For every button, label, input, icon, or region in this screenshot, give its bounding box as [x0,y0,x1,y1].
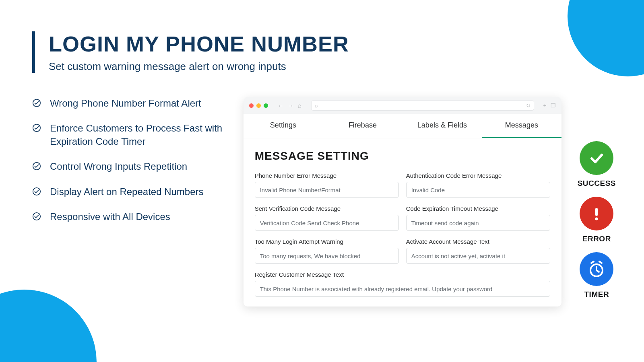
tab-firebase[interactable]: Firebase [323,114,402,138]
feature-item: Enforce Customers to Process Fast with E… [32,122,227,148]
field-timeout: Code Expiration Timeout Message [406,205,550,231]
panel-messages: MESSAGE SETTING Phone Number Error Messa… [244,138,561,306]
activate-input[interactable] [406,248,550,264]
feature-item: Responsive with All Devices [32,210,227,223]
refresh-icon[interactable]: ↻ [526,103,530,109]
svg-point-2 [33,162,40,170]
page: LOGIN MY PHONE NUMBER Set custom warning… [0,0,644,306]
right-column: ← → ⌂ ⌕ ↻ + ❐ Settings Firebase [244,97,616,306]
field-label: Register Customer Message Text [255,271,550,278]
forward-icon[interactable]: → [288,102,294,109]
panel-title: MESSAGE SETTING [255,150,550,162]
alarm-clock-icon [580,252,613,286]
feature-text: Display Alert on Repeated Numbers [50,185,204,198]
check-circle-icon [32,162,41,171]
field-activate: Activate Account Message Text [406,238,550,264]
home-icon[interactable]: ⌂ [298,102,301,109]
badge-label: TIMER [584,290,609,299]
exclamation-icon [580,197,613,230]
field-sent-verification: Sent Verification Code Message [255,205,399,231]
feature-item: Display Alert on Repeated Numbers [32,185,227,198]
back-icon[interactable]: ← [278,102,284,109]
feature-list: Wrong Phone Number Format Alert Enforce … [32,97,227,306]
tab-labels-fields[interactable]: Labels & Fields [402,114,482,138]
status-badges: SUCCESS ERROR [578,97,616,306]
field-too-many: Too Many Login Attempt Warning [255,238,399,264]
field-label: Activate Account Message Text [406,238,550,245]
field-label: Sent Verification Code Message [255,205,399,212]
check-circle-icon [32,123,41,132]
title-bar: LOGIN MY PHONE NUMBER Set custom warning… [32,31,616,73]
url-bar[interactable]: ⌕ ↻ [311,100,535,111]
check-circle-icon [32,99,41,107]
badge-error: ERROR [578,197,616,243]
minimize-dot-icon[interactable] [256,103,261,108]
field-label: Code Expiration Timeout Message [406,205,550,212]
svg-point-3 [33,187,40,195]
phone-error-input[interactable] [255,182,399,198]
content-row: Wrong Phone Number Format Alert Enforce … [32,97,616,306]
badge-success: SUCCESS [578,141,616,188]
feature-text: Responsive with All Devices [50,210,170,223]
field-label: Too Many Login Attempt Warning [255,238,399,245]
accent-bar [32,31,35,73]
tab-bar: Settings Firebase Labels & Fields Messag… [244,114,561,138]
feature-text: Enforce Customers to Process Fast with E… [50,122,227,148]
check-circle-icon [32,187,41,196]
feature-item: Wrong Phone Number Format Alert [32,97,227,110]
tab-messages[interactable]: Messages [482,114,561,138]
close-dot-icon[interactable] [249,103,254,108]
badge-label: ERROR [582,234,611,243]
auth-error-input[interactable] [406,182,550,198]
svg-point-1 [33,124,40,132]
page-title: LOGIN MY PHONE NUMBER [49,31,349,56]
browser-window: ← → ⌂ ⌕ ↻ + ❐ Settings Firebase [244,97,561,306]
field-auth-error: Authentication Code Error Message [406,172,550,198]
badge-timer: TIMER [578,252,616,299]
svg-rect-5 [595,208,598,216]
check-circle-icon [32,212,41,221]
page-subtitle: Set custom warning message alert on wron… [49,60,349,73]
checkmark-icon [580,141,613,175]
sent-verification-input[interactable] [255,215,399,231]
timeout-input[interactable] [406,215,550,231]
field-label: Authentication Code Error Message [406,172,550,179]
copy-icon[interactable]: ❐ [551,102,556,109]
feature-text: Control Wrong Inputs Repetition [50,160,187,173]
nav-icons: ← → ⌂ [278,102,301,109]
fields-grid: Phone Number Error Message Authenticatio… [255,172,550,297]
tab-settings[interactable]: Settings [244,114,323,138]
add-tab-icon[interactable]: + [543,102,546,109]
field-phone-error: Phone Number Error Message [255,172,399,198]
browser-chrome: ← → ⌂ ⌕ ↻ + ❐ [244,97,561,114]
window-controls [249,103,268,108]
feature-text: Wrong Phone Number Format Alert [50,97,201,110]
feature-item: Control Wrong Inputs Repetition [32,160,227,173]
badge-label: SUCCESS [578,179,616,188]
titles: LOGIN MY PHONE NUMBER Set custom warning… [49,31,349,73]
svg-point-4 [33,213,40,220]
maximize-dot-icon[interactable] [264,103,268,108]
svg-point-6 [595,218,598,220]
field-register: Register Customer Message Text [255,271,550,297]
svg-point-0 [33,99,40,107]
too-many-input[interactable] [255,248,399,264]
browser-right-icons: + ❐ [543,102,555,109]
search-icon: ⌕ [315,103,318,109]
field-label: Phone Number Error Message [255,172,399,179]
register-input[interactable] [255,281,550,297]
